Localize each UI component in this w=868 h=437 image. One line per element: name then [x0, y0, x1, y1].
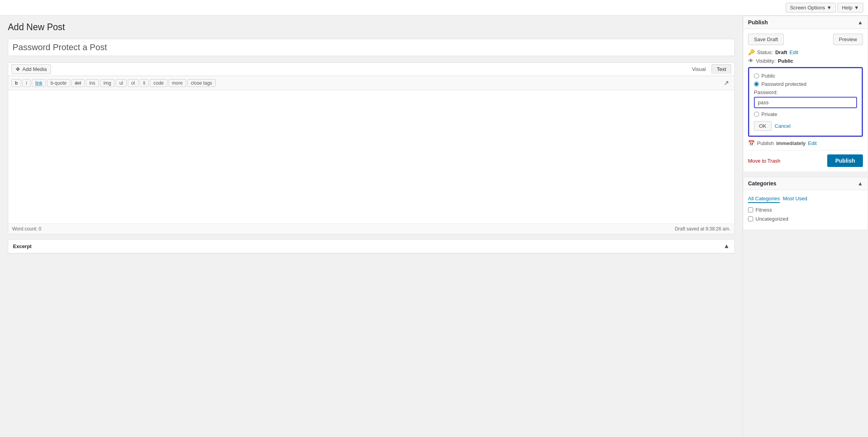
- visibility-option-public: Public: [754, 73, 857, 79]
- visual-tab[interactable]: Visual: [687, 64, 711, 74]
- visibility-popup: Public Password protected Password: Priv…: [748, 67, 863, 137]
- category-checkbox-fitness[interactable]: [748, 207, 753, 212]
- toolbar-more[interactable]: more: [169, 79, 186, 87]
- screen-options-label: Screen Options: [790, 5, 825, 11]
- post-title-input[interactable]: [8, 39, 735, 56]
- excerpt-toggle-icon: ▲: [723, 243, 730, 250]
- toolbar-row: b i link b-quote del ins img ul ol li co…: [8, 76, 734, 90]
- toolbar-li[interactable]: li: [140, 79, 149, 87]
- excerpt-header[interactable]: Excerpt ▲: [8, 239, 734, 253]
- preview-button[interactable]: Preview: [833, 34, 863, 45]
- categories-panel-toggle-icon: ▲: [857, 180, 863, 187]
- add-media-button[interactable]: ✥ Add Media: [11, 64, 51, 74]
- excerpt-section: Excerpt ▲: [8, 239, 735, 254]
- category-item-fitness: Fitness: [748, 207, 863, 213]
- ok-button[interactable]: OK: [754, 121, 772, 131]
- toolbar-italic[interactable]: i: [22, 79, 31, 87]
- page-wrap: Add New Post ✥ Add Media Visual Text: [0, 16, 868, 437]
- categories-panel-body: All Categories Most Used Fitness Uncateg…: [743, 190, 868, 230]
- help-label: Help: [842, 5, 852, 11]
- toolbar-ol[interactable]: ol: [128, 79, 138, 87]
- visibility-row: 👁 Visibility: Public: [748, 58, 863, 64]
- eye-icon: 👁: [748, 58, 754, 64]
- publish-bottom-row: Move to Trash Publish: [748, 150, 863, 167]
- password-input[interactable]: [754, 97, 857, 108]
- visibility-public-label: Public: [761, 73, 775, 79]
- publish-panel-toggle-icon: ▲: [857, 19, 863, 25]
- main-content: Add New Post ✥ Add Media Visual Text: [0, 16, 743, 437]
- page-title: Add New Post: [8, 22, 735, 33]
- toolbar-link[interactable]: link: [32, 79, 46, 87]
- excerpt-label: Excerpt: [13, 243, 32, 249]
- help-arrow-icon: ▼: [854, 5, 859, 11]
- status-value: Draft: [775, 49, 787, 55]
- toolbar-ins[interactable]: ins: [86, 79, 99, 87]
- categories-panel: Categories ▲ All Categories Most Used Fi…: [743, 177, 868, 230]
- category-item-uncategorized: Uncategorized: [748, 216, 863, 222]
- categories-panel-header[interactable]: Categories ▲: [743, 177, 868, 190]
- toolbar-expand-button[interactable]: ↗: [721, 78, 731, 87]
- text-tab[interactable]: Text: [712, 64, 731, 74]
- all-categories-tab[interactable]: All Categories: [748, 195, 780, 203]
- toolbar-ul[interactable]: ul: [116, 79, 126, 87]
- publish-panel-body: Save Draft Preview 🔑 Status: Draft Edit …: [743, 29, 868, 172]
- publish-immediately-value: immediately: [776, 140, 806, 146]
- publish-immediately-label: Publish: [757, 140, 774, 146]
- editor-body[interactable]: [8, 90, 734, 223]
- visibility-radio-public[interactable]: [754, 73, 759, 78]
- visibility-option-password: Password protected: [754, 81, 857, 87]
- category-label-fitness: Fitness: [755, 207, 772, 213]
- toolbar-close-tags[interactable]: close tags: [187, 79, 216, 87]
- add-media-label: Add Media: [22, 66, 47, 72]
- toolbar-img[interactable]: img: [100, 79, 114, 87]
- calendar-icon: 📅: [748, 140, 755, 146]
- categories-tabs: All Categories Most Used: [748, 195, 863, 203]
- publish-panel-title: Publish: [748, 19, 768, 25]
- publish-immediately-row: 📅 Publish immediately Edit: [748, 140, 863, 146]
- editor-wrap: ✥ Add Media Visual Text b i link b-quote: [8, 62, 735, 234]
- status-label: Status:: [757, 49, 773, 55]
- visibility-radio-password[interactable]: [754, 82, 759, 87]
- category-checkbox-uncategorized[interactable]: [748, 216, 753, 221]
- visibility-password-label: Password protected: [761, 81, 806, 87]
- top-bar: Screen Options ▼ Help ▼: [0, 0, 868, 16]
- status-row: 🔑 Status: Draft Edit: [748, 49, 863, 55]
- editor-footer: Word count: 0 Draft saved at 9:38:26 am.: [8, 223, 734, 234]
- visibility-private-label: Private: [761, 111, 777, 117]
- add-media-icon: ✥: [16, 66, 20, 72]
- key-icon: 🔑: [748, 49, 755, 55]
- help-button[interactable]: Help ▼: [837, 3, 863, 13]
- visibility-radio-private[interactable]: [754, 112, 759, 117]
- draft-saved: Draft saved at 9:38:26 am.: [675, 226, 730, 232]
- publish-panel: Publish ▲ Save Draft Preview 🔑 Status: D…: [743, 16, 868, 172]
- screen-options-arrow-icon: ▼: [827, 5, 832, 11]
- publish-panel-header[interactable]: Publish ▲: [743, 16, 868, 29]
- most-used-tab[interactable]: Most Used: [783, 195, 807, 203]
- cancel-link[interactable]: Cancel: [775, 123, 790, 129]
- visibility-value: Public: [778, 58, 793, 64]
- publish-immediately-edit-link[interactable]: Edit: [808, 140, 817, 146]
- publish-actions: Save Draft Preview: [748, 34, 863, 45]
- visibility-label: Visibility:: [756, 58, 775, 64]
- word-count: Word count: 0: [12, 226, 41, 232]
- publish-button[interactable]: Publish: [827, 154, 863, 167]
- screen-options-button[interactable]: Screen Options ▼: [786, 3, 836, 13]
- categories-panel-title: Categories: [748, 180, 776, 187]
- visibility-buttons: OK Cancel: [754, 121, 857, 131]
- category-label-uncategorized: Uncategorized: [755, 216, 788, 222]
- toolbar-bquote[interactable]: b-quote: [47, 79, 70, 87]
- toolbar-code[interactable]: code: [150, 79, 167, 87]
- password-field-label: Password:: [754, 89, 857, 95]
- editor-top-bar: ✥ Add Media Visual Text: [8, 63, 734, 76]
- save-draft-button[interactable]: Save Draft: [748, 34, 784, 45]
- move-to-trash-link[interactable]: Move to Trash: [748, 158, 780, 164]
- toolbar-bold[interactable]: b: [11, 79, 21, 87]
- toolbar-del[interactable]: del: [71, 79, 85, 87]
- status-edit-link[interactable]: Edit: [790, 49, 798, 55]
- sidebar: Publish ▲ Save Draft Preview 🔑 Status: D…: [743, 16, 868, 437]
- visibility-option-private: Private: [754, 111, 857, 117]
